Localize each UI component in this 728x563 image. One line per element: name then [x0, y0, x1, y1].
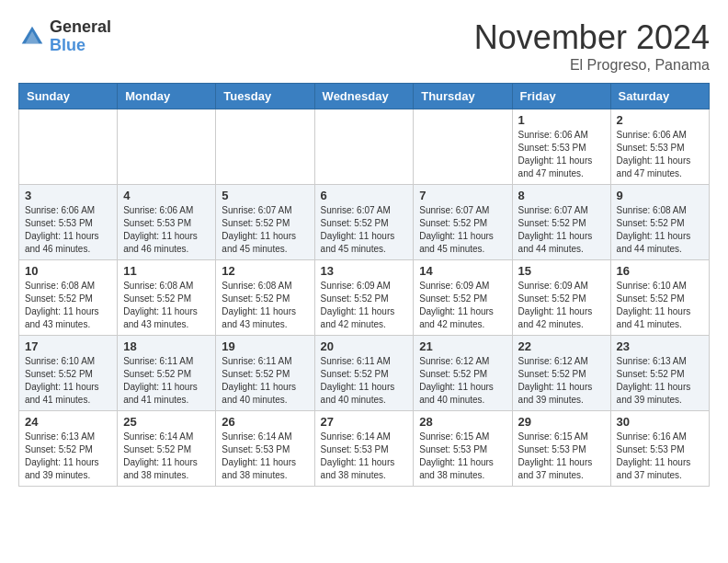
day-cell — [19, 109, 118, 185]
day-cell: 3Sunrise: 6:06 AM Sunset: 5:53 PM Daylig… — [19, 185, 118, 260]
day-info: Sunrise: 6:07 AM Sunset: 5:52 PM Dayligh… — [419, 204, 506, 256]
day-cell — [216, 109, 314, 185]
day-number: 17 — [25, 339, 111, 353]
day-number: 15 — [518, 264, 605, 278]
day-info: Sunrise: 6:09 AM Sunset: 5:52 PM Dayligh… — [321, 280, 408, 331]
day-number: 8 — [518, 189, 605, 202]
day-info: Sunrise: 6:12 AM Sunset: 5:52 PM Dayligh… — [419, 355, 506, 407]
day-number: 1 — [518, 113, 605, 127]
weekday-header-monday: Monday — [118, 84, 216, 109]
day-cell — [118, 109, 216, 185]
day-cell: 7Sunrise: 6:07 AM Sunset: 5:52 PM Daylig… — [414, 185, 512, 260]
day-number: 10 — [25, 264, 111, 278]
day-number: 25 — [123, 415, 210, 429]
day-info: Sunrise: 6:15 AM Sunset: 5:53 PM Dayligh… — [518, 431, 605, 482]
day-cell — [414, 109, 512, 185]
day-info: Sunrise: 6:12 AM Sunset: 5:52 PM Dayligh… — [518, 355, 605, 407]
day-number: 30 — [617, 415, 703, 429]
day-info: Sunrise: 6:09 AM Sunset: 5:52 PM Dayligh… — [419, 280, 506, 331]
day-info: Sunrise: 6:07 AM Sunset: 5:52 PM Dayligh… — [321, 204, 408, 256]
day-number: 29 — [518, 415, 605, 429]
day-cell: 28Sunrise: 6:15 AM Sunset: 5:53 PM Dayli… — [414, 411, 512, 487]
day-info: Sunrise: 6:14 AM Sunset: 5:53 PM Dayligh… — [321, 431, 408, 482]
day-cell: 10Sunrise: 6:08 AM Sunset: 5:52 PM Dayli… — [19, 260, 118, 336]
day-cell: 13Sunrise: 6:09 AM Sunset: 5:52 PM Dayli… — [314, 260, 414, 336]
day-info: Sunrise: 6:06 AM Sunset: 5:53 PM Dayligh… — [617, 129, 703, 180]
weekday-header-row: SundayMondayTuesdayWednesdayThursdayFrid… — [19, 84, 710, 109]
day-number: 19 — [222, 339, 308, 353]
logo: General Blue — [18, 18, 111, 55]
day-info: Sunrise: 6:10 AM Sunset: 5:52 PM Dayligh… — [25, 355, 111, 407]
day-info: Sunrise: 6:07 AM Sunset: 5:52 PM Dayligh… — [518, 204, 605, 256]
day-cell: 30Sunrise: 6:16 AM Sunset: 5:53 PM Dayli… — [610, 411, 709, 487]
day-number: 16 — [617, 264, 703, 278]
day-number: 22 — [518, 339, 605, 353]
day-number: 9 — [617, 189, 703, 202]
day-number: 12 — [222, 264, 308, 278]
day-info: Sunrise: 6:06 AM Sunset: 5:53 PM Dayligh… — [25, 204, 111, 256]
day-cell: 1Sunrise: 6:06 AM Sunset: 5:53 PM Daylig… — [512, 109, 610, 185]
day-cell: 14Sunrise: 6:09 AM Sunset: 5:52 PM Dayli… — [414, 260, 512, 336]
day-number: 14 — [419, 264, 506, 278]
day-cell — [314, 109, 414, 185]
day-info: Sunrise: 6:16 AM Sunset: 5:53 PM Dayligh… — [617, 431, 703, 482]
day-info: Sunrise: 6:11 AM Sunset: 5:52 PM Dayligh… — [123, 355, 210, 407]
weekday-header-tuesday: Tuesday — [216, 84, 314, 109]
week-row-1: 1Sunrise: 6:06 AM Sunset: 5:53 PM Daylig… — [19, 109, 710, 185]
day-cell: 12Sunrise: 6:08 AM Sunset: 5:52 PM Dayli… — [216, 260, 314, 336]
day-cell: 26Sunrise: 6:14 AM Sunset: 5:53 PM Dayli… — [216, 411, 314, 487]
weekday-header-sunday: Sunday — [19, 84, 118, 109]
title-block: November 2024 El Progreso, Panama — [474, 18, 710, 74]
day-cell: 6Sunrise: 6:07 AM Sunset: 5:52 PM Daylig… — [314, 185, 414, 260]
day-number: 4 — [123, 189, 210, 202]
day-info: Sunrise: 6:15 AM Sunset: 5:53 PM Dayligh… — [419, 431, 506, 482]
day-cell: 17Sunrise: 6:10 AM Sunset: 5:52 PM Dayli… — [19, 336, 118, 411]
logo-icon — [18, 23, 46, 51]
day-number: 11 — [123, 264, 210, 278]
day-number: 24 — [25, 415, 111, 429]
day-cell: 21Sunrise: 6:12 AM Sunset: 5:52 PM Dayli… — [414, 336, 512, 411]
day-number: 18 — [123, 339, 210, 353]
week-row-5: 24Sunrise: 6:13 AM Sunset: 5:52 PM Dayli… — [19, 411, 710, 487]
day-cell: 9Sunrise: 6:08 AM Sunset: 5:52 PM Daylig… — [610, 185, 709, 260]
day-number: 26 — [222, 415, 308, 429]
day-cell: 23Sunrise: 6:13 AM Sunset: 5:52 PM Dayli… — [610, 336, 709, 411]
day-info: Sunrise: 6:07 AM Sunset: 5:52 PM Dayligh… — [222, 204, 308, 256]
day-info: Sunrise: 6:14 AM Sunset: 5:53 PM Dayligh… — [222, 431, 308, 482]
day-cell: 19Sunrise: 6:11 AM Sunset: 5:52 PM Dayli… — [216, 336, 314, 411]
day-cell: 29Sunrise: 6:15 AM Sunset: 5:53 PM Dayli… — [512, 411, 610, 487]
day-cell: 5Sunrise: 6:07 AM Sunset: 5:52 PM Daylig… — [216, 185, 314, 260]
week-row-3: 10Sunrise: 6:08 AM Sunset: 5:52 PM Dayli… — [19, 260, 710, 336]
day-number: 20 — [321, 339, 408, 353]
day-cell: 16Sunrise: 6:10 AM Sunset: 5:52 PM Dayli… — [610, 260, 709, 336]
weekday-header-friday: Friday — [512, 84, 610, 109]
logo-text: General Blue — [50, 18, 111, 55]
day-info: Sunrise: 6:08 AM Sunset: 5:52 PM Dayligh… — [617, 204, 703, 256]
weekday-header-thursday: Thursday — [414, 84, 512, 109]
day-info: Sunrise: 6:08 AM Sunset: 5:52 PM Dayligh… — [222, 280, 308, 331]
week-row-2: 3Sunrise: 6:06 AM Sunset: 5:53 PM Daylig… — [19, 185, 710, 260]
day-info: Sunrise: 6:11 AM Sunset: 5:52 PM Dayligh… — [321, 355, 408, 407]
day-info: Sunrise: 6:10 AM Sunset: 5:52 PM Dayligh… — [617, 280, 703, 331]
day-info: Sunrise: 6:09 AM Sunset: 5:52 PM Dayligh… — [518, 280, 605, 331]
day-info: Sunrise: 6:06 AM Sunset: 5:53 PM Dayligh… — [123, 204, 210, 256]
location: El Progreso, Panama — [474, 57, 710, 74]
day-cell: 2Sunrise: 6:06 AM Sunset: 5:53 PM Daylig… — [610, 109, 709, 185]
logo-blue: Blue — [50, 37, 111, 55]
day-cell: 18Sunrise: 6:11 AM Sunset: 5:52 PM Dayli… — [118, 336, 216, 411]
day-number: 28 — [419, 415, 506, 429]
day-number: 21 — [419, 339, 506, 353]
day-number: 3 — [25, 189, 111, 202]
day-cell: 20Sunrise: 6:11 AM Sunset: 5:52 PM Dayli… — [314, 336, 414, 411]
day-number: 2 — [617, 113, 703, 127]
week-row-4: 17Sunrise: 6:10 AM Sunset: 5:52 PM Dayli… — [19, 336, 710, 411]
day-cell: 22Sunrise: 6:12 AM Sunset: 5:52 PM Dayli… — [512, 336, 610, 411]
day-number: 13 — [321, 264, 408, 278]
weekday-header-wednesday: Wednesday — [314, 84, 414, 109]
day-info: Sunrise: 6:06 AM Sunset: 5:53 PM Dayligh… — [518, 129, 605, 180]
day-cell: 8Sunrise: 6:07 AM Sunset: 5:52 PM Daylig… — [512, 185, 610, 260]
day-number: 27 — [321, 415, 408, 429]
day-number: 7 — [419, 189, 506, 202]
page-header: General Blue November 2024 El Progreso, … — [18, 18, 710, 74]
weekday-header-saturday: Saturday — [610, 84, 709, 109]
